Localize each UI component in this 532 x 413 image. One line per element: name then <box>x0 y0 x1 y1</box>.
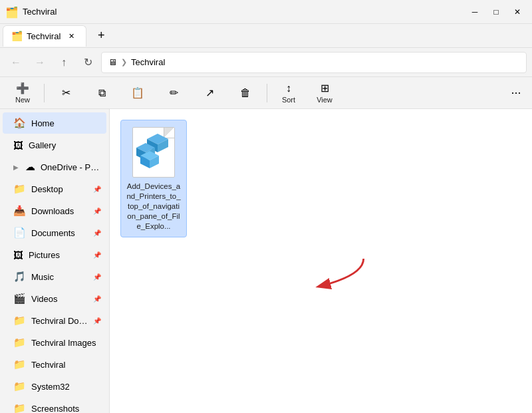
view-label: View <box>317 96 332 104</box>
rename-icon: ✏ <box>170 86 178 99</box>
sidebar-item-pictures[interactable]: 🖼 Pictures 📌 <box>3 244 106 265</box>
sidebar-item-techviral-images[interactable]: 📁 Techviral Images <box>3 332 106 353</box>
pin-icon-desktop: 📌 <box>93 186 101 193</box>
location-icon: 🖥 <box>108 57 117 67</box>
sidebar-item-gallery[interactable]: 🖼 Gallery <box>3 134 106 156</box>
paste-button[interactable]: 📋 <box>120 80 155 106</box>
pin-icon-documents: 📌 <box>93 229 101 237</box>
file-label: Add_Devices_and_Printers_to_top_of_navig… <box>126 182 181 231</box>
music-icon: 🎵 <box>13 271 26 283</box>
window-icon: 🗂️ <box>5 6 17 18</box>
refresh-button[interactable]: ↻ <box>77 52 98 73</box>
desktop-icon: 📁 <box>13 183 26 195</box>
view-button[interactable]: ⊞ View <box>307 80 342 106</box>
sidebar-system32-label: System32 <box>31 382 101 392</box>
cut-button[interactable]: ✂ <box>49 80 83 106</box>
breadcrumb-path: Techviral <box>131 57 165 67</box>
share-button[interactable]: ↗ <box>192 80 227 106</box>
pictures-icon: 🖼 <box>13 249 23 261</box>
techviral-images-icon: 📁 <box>13 337 26 348</box>
back-button[interactable]: ← <box>5 52 27 73</box>
delete-button[interactable]: 🗑 <box>228 80 263 106</box>
pin-icon-techviral-docum: 📌 <box>93 317 101 325</box>
sort-label: Sort <box>282 96 295 104</box>
sidebar-item-videos[interactable]: 🎬 Videos 📌 <box>3 288 106 309</box>
tab-bar: 🗂️ Techviral ✕ + <box>0 24 532 48</box>
cut-icon: ✂ <box>62 86 70 99</box>
toolbar: ➕ New ✂ ⧉ 📋 ✏ ↗ 🗑 ↕ Sort ⊞ View ··· <box>0 77 532 109</box>
sidebar-item-home[interactable]: 🏠 Home <box>3 112 106 134</box>
file-icon-wrapper <box>127 126 180 179</box>
sidebar-item-screenshots[interactable]: 📁 Screenshots <box>3 398 106 413</box>
sidebar-item-techviral[interactable]: 📁 Techviral <box>3 354 106 375</box>
sidebar-onedrive-label: OneDrive - Persona <box>41 162 101 172</box>
paste-icon: 📋 <box>131 86 144 99</box>
screenshots-icon: 📁 <box>13 402 26 413</box>
sidebar-item-onedrive[interactable]: ▶ ☁ OneDrive - Persona <box>3 156 106 178</box>
sidebar-downloads-label: Downloads <box>31 206 88 216</box>
pin-icon-downloads: 📌 <box>93 207 101 215</box>
pin-icon-music: 📌 <box>93 273 101 281</box>
red-arrow <box>303 255 369 295</box>
home-icon: 🏠 <box>13 117 26 129</box>
tab-folder-icon: 🗂️ <box>11 31 23 41</box>
gallery-icon: 🖼 <box>13 140 23 151</box>
more-button[interactable]: ··· <box>505 82 527 104</box>
sidebar-techviral-label: Techviral <box>31 360 101 370</box>
new-icon: ➕ <box>16 82 29 94</box>
main-layout: 🏠 Home 🖼 Gallery ▶ ☁ OneDrive - Persona … <box>0 109 532 413</box>
close-button[interactable]: ✕ <box>508 3 527 21</box>
view-icon: ⊞ <box>321 82 329 94</box>
sidebar-pictures-label: Pictures <box>29 250 88 260</box>
title-bar: 🗂️ Techviral ─ □ ✕ <box>0 0 532 24</box>
forward-button[interactable]: → <box>29 52 51 73</box>
documents-icon: 📄 <box>13 227 26 239</box>
techviral-icon: 📁 <box>13 358 26 370</box>
sidebar-item-system32[interactable]: 📁 System32 <box>3 376 106 397</box>
delete-icon: 🗑 <box>240 87 251 99</box>
sidebar-techviral-docum-label: Techviral Docum <box>31 316 88 326</box>
downloads-icon: 📥 <box>13 205 26 217</box>
minimize-button[interactable]: ─ <box>466 3 484 21</box>
sidebar-item-music[interactable]: 🎵 Music 📌 <box>3 266 106 287</box>
toolbar-separator-1 <box>44 84 45 102</box>
videos-icon: 🎬 <box>13 293 26 305</box>
copy-button[interactable]: ⧉ <box>84 80 119 106</box>
share-icon: ↗ <box>205 86 214 99</box>
new-button[interactable]: ➕ New <box>5 80 40 106</box>
tab-label: Techviral <box>27 31 61 41</box>
toolbar-separator-2 <box>267 84 267 102</box>
sidebar-item-techviral-docum[interactable]: 📁 Techviral Docum 📌 <box>3 310 106 331</box>
tab-techviral[interactable]: 🗂️ Techviral ✕ <box>3 25 86 47</box>
sidebar-screenshots-label: Screenshots <box>31 404 101 414</box>
address-box[interactable]: 🖥 ❯ Techviral <box>101 52 527 73</box>
pin-icon-videos: 📌 <box>93 295 101 303</box>
sort-button[interactable]: ↕ Sort <box>271 80 306 106</box>
sidebar-desktop-label: Desktop <box>31 184 88 194</box>
sidebar: 🏠 Home 🖼 Gallery ▶ ☁ OneDrive - Persona … <box>0 109 110 413</box>
sort-icon: ↕ <box>286 82 291 94</box>
sidebar-home-label: Home <box>31 118 101 128</box>
rename-button[interactable]: ✏ <box>156 80 191 106</box>
copy-icon: ⧉ <box>98 87 106 99</box>
sidebar-techviral-images-label: Techviral Images <box>31 338 101 348</box>
content-area: Add_Devices_and_Printers_to_top_of_navig… <box>110 109 532 413</box>
sidebar-item-downloads[interactable]: 📥 Downloads 📌 <box>3 200 106 221</box>
sidebar-item-desktop[interactable]: 📁 Desktop 📌 <box>3 178 106 200</box>
maximize-button[interactable]: □ <box>487 3 505 21</box>
sidebar-gallery-label: Gallery <box>29 140 101 150</box>
file-cubes-svg <box>135 132 170 168</box>
system32-icon: 📁 <box>13 380 26 392</box>
onedrive-icon: ☁ <box>25 161 35 173</box>
up-button[interactable]: ↑ <box>53 52 74 73</box>
new-tab-button[interactable]: + <box>90 25 112 47</box>
pin-icon-pictures: 📌 <box>93 251 101 259</box>
sidebar-documents-label: Documents <box>31 228 88 238</box>
sidebar-music-label: Music <box>31 272 88 282</box>
tab-close-button[interactable]: ✕ <box>65 29 78 43</box>
techviral-docum-icon: 📁 <box>13 315 26 327</box>
expand-icon: ▶ <box>13 164 19 171</box>
sidebar-item-documents[interactable]: 📄 Documents 📌 <box>3 222 106 243</box>
file-item[interactable]: Add_Devices_and_Printers_to_top_of_navig… <box>120 120 187 237</box>
new-label: New <box>15 96 30 104</box>
